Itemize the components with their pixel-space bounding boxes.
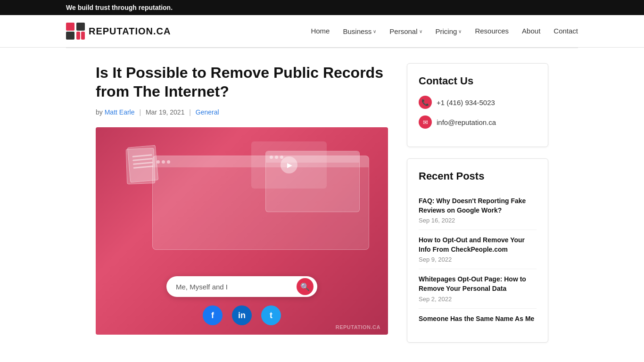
recent-post-date: Sep 2, 2022 [419, 296, 537, 303]
contact-card: Contact Us 📞 +1 (416) 934-5023 ✉ info@re… [407, 63, 548, 147]
recent-posts-card: Recent Posts FAQ: Why Doesn't Reporting … [407, 158, 548, 343]
illus-social: f in t [203, 305, 281, 325]
sidebar: Contact Us 📞 +1 (416) 934-5023 ✉ info@re… [407, 63, 548, 354]
nav-link-about[interactable]: About [522, 27, 540, 35]
chevron-down-icon: ∨ [419, 29, 422, 34]
author-link[interactable]: Matt Earle [105, 108, 135, 116]
nav-item-personal: Personal ∨ [389, 27, 422, 35]
meta-separator-1: | [139, 108, 141, 116]
article-date: Mar 19, 2021 [146, 108, 185, 116]
site-header: REPUTATION.CA HomeBusiness ∨Personal ∨Pr… [0, 15, 644, 48]
main-nav: HomeBusiness ∨Personal ∨Pricing ∨Resourc… [311, 27, 578, 35]
main-article: Is It Possible to Remove Public Records … [96, 63, 388, 335]
nav-link-home[interactable]: Home [311, 27, 330, 35]
recent-post-title[interactable]: FAQ: Why Doesn't Reporting Fake Reviews … [419, 197, 537, 215]
recent-post-title[interactable]: Someone Has the Same Name As Me [419, 314, 537, 324]
illus-browser-main [152, 156, 369, 250]
recent-posts-title: Recent Posts [419, 170, 537, 182]
article-meta: by Matt Earle | Mar 19, 2021 | General [96, 108, 388, 116]
nav-item-contact: Contact [553, 27, 578, 35]
chevron-down-icon: ∨ [373, 29, 376, 34]
recent-post-title[interactable]: Whitepages Opt-Out Page: How to Remove Y… [419, 275, 537, 293]
twitter-social-icon: t [261, 305, 281, 325]
doc-sheet-2 [126, 148, 156, 184]
svg-rect-0 [66, 23, 74, 31]
by-label: by [96, 108, 103, 116]
illus-search-bar: Me, Myself and I 🔍 [166, 276, 317, 297]
nav-link-contact[interactable]: Contact [553, 27, 578, 35]
contact-phone[interactable]: +1 (416) 934-5023 [437, 99, 495, 107]
article-title: Is It Possible to Remove Public Records … [96, 63, 388, 101]
contact-card-title: Contact Us [419, 75, 537, 87]
svg-rect-1 [76, 23, 85, 31]
nav-item-about: About [522, 27, 540, 35]
page-content: Is It Possible to Remove Public Records … [30, 48, 614, 362]
site-logo[interactable]: REPUTATION.CA [66, 23, 171, 40]
recent-post-item: FAQ: Why Doesn't Reporting Fake Reviews … [419, 191, 537, 230]
nav-item-pricing: Pricing ∨ [436, 27, 462, 35]
facebook-social-icon: f [203, 305, 223, 325]
logo-text: REPUTATION.CA [89, 26, 171, 37]
nav-link-business[interactable]: Business ∨ [343, 27, 376, 35]
recent-post-item: How to Opt-Out and Remove Your Info From… [419, 230, 537, 269]
contact-phone-item: 📞 +1 (416) 934-5023 [419, 96, 537, 109]
contact-email-item: ✉ info@reputation.ca [419, 115, 537, 129]
svg-rect-2 [66, 32, 74, 40]
linkedin-social-icon: in [232, 305, 252, 325]
article-category[interactable]: General [196, 108, 219, 116]
nav-item-resources: Resources [475, 27, 509, 35]
nav-dropdown-personal: Personal ∨ [389, 27, 422, 35]
logo-icon [66, 23, 85, 40]
image-watermark: REPUTATION.CA [336, 324, 380, 330]
recent-post-item: Someone Has the Same Name As Me [419, 309, 537, 331]
recent-posts-list: FAQ: Why Doesn't Reporting Fake Reviews … [419, 191, 537, 331]
recent-post-date: Sep 16, 2022 [419, 217, 537, 224]
svg-rect-4 [81, 32, 85, 40]
topbar-tagline: We build trust through reputation. [66, 4, 173, 11]
search-illustration-button: 🔍 [297, 278, 314, 295]
chevron-down-icon: ∨ [458, 29, 462, 34]
featured-image: ▶ [96, 127, 388, 335]
svg-rect-3 [76, 32, 80, 40]
top-bar: We build trust through reputation. [0, 0, 644, 15]
recent-post-item: Whitepages Opt-Out Page: How to Remove Y… [419, 269, 537, 308]
featured-image-inner: ▶ [96, 127, 388, 335]
phone-icon: 📞 [419, 96, 432, 109]
email-icon: ✉ [419, 115, 432, 129]
meta-separator-2: | [189, 108, 191, 116]
recent-post-date: Sep 9, 2022 [419, 256, 537, 263]
nav-link-pricing[interactable]: Pricing ∨ [436, 27, 462, 35]
browser-dot [167, 160, 170, 164]
nav-item-home: Home [311, 27, 330, 35]
browser-dot [157, 160, 160, 164]
nav-link-personal[interactable]: Personal ∨ [389, 27, 422, 35]
nav-dropdown-pricing: Pricing ∨ [436, 27, 462, 35]
recent-post-title[interactable]: How to Opt-Out and Remove Your Info From… [419, 236, 537, 254]
nav-link-resources[interactable]: Resources [475, 27, 509, 35]
search-illustration-text: Me, Myself and I [176, 283, 228, 291]
nav-dropdown-business: Business ∨ [343, 27, 376, 35]
contact-email[interactable]: info@reputation.ca [437, 118, 496, 126]
browser-top-bar-main [153, 156, 369, 167]
nav-item-business: Business ∨ [343, 27, 376, 35]
browser-dot [162, 160, 165, 164]
